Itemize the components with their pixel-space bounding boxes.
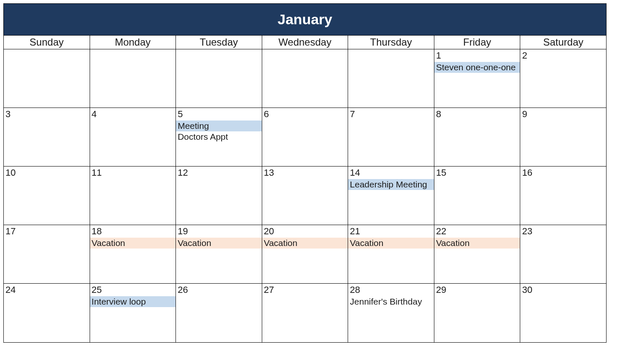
day-number: 21 bbox=[348, 225, 434, 238]
day-cell[interactable]: 14Leadership Meeting bbox=[348, 167, 434, 225]
day-cell[interactable]: 12 bbox=[176, 167, 262, 225]
day-cell[interactable]: 19Vacation bbox=[176, 225, 262, 284]
day-header-monday: Monday bbox=[90, 36, 176, 49]
calendar-event[interactable]: Leadership Meeting bbox=[348, 179, 434, 190]
day-number: 27 bbox=[262, 284, 348, 296]
day-header-row: Sunday Monday Tuesday Wednesday Thursday… bbox=[4, 36, 606, 49]
day-cell[interactable]: 11 bbox=[90, 167, 176, 225]
day-cell[interactable]: 7 bbox=[348, 108, 434, 167]
calendar-event[interactable]: Steven one-one-one bbox=[434, 62, 520, 73]
day-cell[interactable] bbox=[262, 49, 348, 108]
day-header-wednesday: Wednesday bbox=[262, 36, 348, 49]
day-header-tuesday: Tuesday bbox=[176, 36, 262, 49]
day-cell[interactable] bbox=[176, 49, 262, 108]
calendar-event[interactable]: Meeting bbox=[176, 120, 262, 131]
day-number: 16 bbox=[520, 167, 606, 179]
day-number: 12 bbox=[176, 167, 262, 179]
day-number: 15 bbox=[434, 167, 520, 179]
day-number: 4 bbox=[90, 108, 176, 120]
day-header-thursday: Thursday bbox=[348, 36, 434, 49]
day-cell[interactable]: 3 bbox=[4, 108, 90, 167]
day-cell[interactable]: 15 bbox=[434, 167, 521, 225]
day-cell[interactable]: 24 bbox=[4, 284, 90, 342]
day-number: 6 bbox=[262, 108, 348, 120]
month-header: January bbox=[4, 4, 606, 36]
day-cell[interactable]: 10 bbox=[4, 167, 90, 225]
day-number: 17 bbox=[4, 225, 90, 238]
day-cell[interactable]: 26 bbox=[176, 284, 262, 342]
weeks-container: 1Steven one-one-one2345MeetingDoctors Ap… bbox=[4, 49, 606, 342]
calendar-event[interactable]: Vacation bbox=[90, 238, 176, 249]
day-cell[interactable]: 2 bbox=[520, 49, 606, 108]
calendar: January Sunday Monday Tuesday Wednesday … bbox=[3, 3, 607, 343]
day-cell[interactable]: 18Vacation bbox=[90, 225, 176, 284]
day-cell[interactable]: 4 bbox=[90, 108, 176, 167]
calendar-event[interactable]: Vacation bbox=[262, 238, 348, 249]
day-cell[interactable]: 21Vacation bbox=[348, 225, 434, 284]
day-number: 10 bbox=[4, 167, 90, 179]
day-cell[interactable]: 29 bbox=[434, 284, 521, 342]
week-row: 1718Vacation19Vacation20Vacation21Vacati… bbox=[4, 225, 606, 284]
day-cell[interactable] bbox=[90, 49, 176, 108]
day-cell[interactable]: 25Interview loop bbox=[90, 284, 176, 342]
calendar-event[interactable]: Vacation bbox=[434, 238, 520, 249]
day-number: 20 bbox=[262, 225, 348, 238]
day-cell[interactable]: 30 bbox=[520, 284, 606, 342]
day-cell[interactable]: 16 bbox=[520, 167, 606, 225]
day-cell[interactable]: 20Vacation bbox=[262, 225, 348, 284]
day-number: 7 bbox=[348, 108, 434, 120]
week-row: 1Steven one-one-one2 bbox=[4, 49, 606, 108]
day-cell[interactable]: 13 bbox=[262, 167, 348, 225]
week-row: 345MeetingDoctors Appt6789 bbox=[4, 108, 606, 167]
day-header-sunday: Sunday bbox=[4, 36, 90, 49]
day-number: 28 bbox=[348, 284, 434, 296]
day-cell[interactable]: 28Jennifer's Birthday bbox=[348, 284, 434, 342]
day-cell[interactable]: 23 bbox=[520, 225, 606, 284]
day-cell[interactable] bbox=[4, 49, 90, 108]
day-number: 5 bbox=[176, 108, 262, 120]
day-header-saturday: Saturday bbox=[520, 36, 606, 49]
day-cell[interactable]: 22Vacation bbox=[434, 225, 521, 284]
day-number: 3 bbox=[4, 108, 90, 120]
day-number: 8 bbox=[434, 108, 520, 120]
day-number: 24 bbox=[4, 284, 90, 296]
day-number: 23 bbox=[520, 225, 606, 238]
day-number: 13 bbox=[262, 167, 348, 179]
calendar-event[interactable]: Interview loop bbox=[90, 296, 176, 307]
day-number: 2 bbox=[520, 49, 606, 62]
calendar-event[interactable]: Doctors Appt bbox=[176, 131, 262, 142]
week-row: 2425Interview loop262728Jennifer's Birth… bbox=[4, 284, 606, 342]
calendar-event[interactable]: Jennifer's Birthday bbox=[348, 296, 434, 307]
day-cell[interactable]: 8 bbox=[434, 108, 521, 167]
day-number: 19 bbox=[176, 225, 262, 238]
day-number: 18 bbox=[90, 225, 176, 238]
calendar-event[interactable]: Vacation bbox=[176, 238, 262, 249]
day-number: 29 bbox=[434, 284, 520, 296]
day-number: 14 bbox=[348, 167, 434, 179]
day-cell[interactable]: 5MeetingDoctors Appt bbox=[176, 108, 262, 167]
day-number: 25 bbox=[90, 284, 176, 296]
day-number: 22 bbox=[434, 225, 520, 238]
day-cell[interactable]: 1Steven one-one-one bbox=[434, 49, 521, 108]
day-number: 30 bbox=[520, 284, 606, 296]
day-cell[interactable]: 6 bbox=[262, 108, 348, 167]
calendar-event[interactable]: Vacation bbox=[348, 238, 434, 249]
day-number: 26 bbox=[176, 284, 262, 296]
day-number: 9 bbox=[520, 108, 606, 120]
day-cell[interactable]: 9 bbox=[520, 108, 606, 167]
day-number: 1 bbox=[434, 49, 520, 62]
day-header-friday: Friday bbox=[434, 36, 521, 49]
day-number: 11 bbox=[90, 167, 176, 179]
day-cell[interactable] bbox=[348, 49, 434, 108]
day-cell[interactable]: 17 bbox=[4, 225, 90, 284]
day-cell[interactable]: 27 bbox=[262, 284, 348, 342]
week-row: 1011121314Leadership Meeting1516 bbox=[4, 167, 606, 225]
